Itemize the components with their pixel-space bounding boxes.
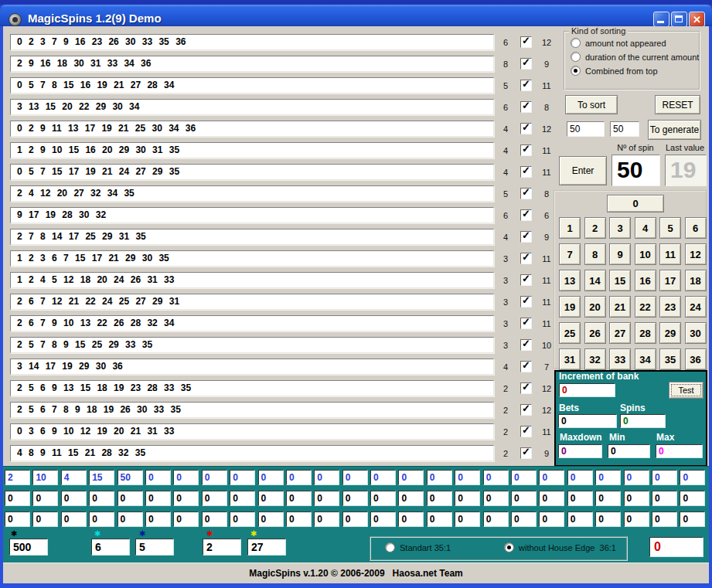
bet-cell[interactable]: 0 xyxy=(89,491,114,506)
result-input[interactable]: 0 xyxy=(649,537,703,557)
bet-cell[interactable]: 0 xyxy=(314,491,339,506)
bet-cell[interactable]: 0 xyxy=(173,512,199,527)
sorting-option[interactable]: Combined from top xyxy=(571,66,696,76)
generate-count-input-2[interactable]: 50 xyxy=(610,121,639,137)
bet-cell[interactable]: 0 xyxy=(314,512,339,527)
bet-cell[interactable]: 0 xyxy=(202,491,227,506)
bottom-input-3[interactable]: 5 xyxy=(135,539,174,556)
number-button-0[interactable]: 0 xyxy=(607,195,664,212)
bottom-input-5[interactable]: 27 xyxy=(247,539,286,556)
number-button-33[interactable]: 33 xyxy=(609,348,631,370)
bet-cell[interactable]: 0 xyxy=(145,470,171,485)
row-checkbox[interactable]: ✓ xyxy=(520,101,532,113)
bet-cell[interactable]: 10 xyxy=(32,470,58,485)
number-button-11[interactable]: 11 xyxy=(659,243,681,265)
bet-cell[interactable]: 0 xyxy=(511,512,537,527)
sorting-option[interactable]: duration of the current amount xyxy=(571,52,696,62)
number-button-36[interactable]: 36 xyxy=(685,348,707,370)
bet-cell[interactable]: 0 xyxy=(427,512,452,527)
number-button-22[interactable]: 22 xyxy=(635,296,656,318)
bet-cell[interactable]: 0 xyxy=(680,491,705,506)
to-generate-button[interactable]: To generate xyxy=(648,120,701,140)
bet-cell[interactable]: 0 xyxy=(539,470,564,485)
number-button-15[interactable]: 15 xyxy=(609,270,631,291)
row-checkbox[interactable]: ✓ xyxy=(520,253,532,264)
bet-cell[interactable]: 0 xyxy=(230,470,255,485)
spins-input[interactable]: 0 xyxy=(620,414,666,428)
maximize-button[interactable] xyxy=(671,12,687,27)
bet-cell[interactable]: 0 xyxy=(202,512,227,527)
row-checkbox[interactable]: ✓ xyxy=(520,318,532,329)
bet-cell[interactable]: 0 xyxy=(230,491,255,506)
spin-sequence-field[interactable]: 3 13 15 20 22 29 30 34 xyxy=(10,99,494,115)
reset-button[interactable]: RESET xyxy=(655,95,700,114)
number-button-1[interactable]: 1 xyxy=(559,217,581,239)
sorting-option[interactable]: amount not appeared xyxy=(571,38,696,48)
number-button-8[interactable]: 8 xyxy=(584,243,606,265)
spin-sequence-field[interactable]: 1 2 9 10 15 16 20 29 30 31 35 xyxy=(10,142,494,158)
spin-sequence-field[interactable]: 1 2 4 5 12 18 20 24 26 31 33 xyxy=(10,272,494,288)
min-input[interactable]: 0 xyxy=(608,444,650,458)
bottom-input-1[interactable]: 500 xyxy=(9,539,48,556)
number-button-31[interactable]: 31 xyxy=(559,348,581,370)
row-checkbox[interactable]: ✓ xyxy=(520,339,532,351)
number-button-25[interactable]: 25 xyxy=(559,322,581,344)
number-button-24[interactable]: 24 xyxy=(685,296,707,318)
number-button-10[interactable]: 10 xyxy=(635,243,656,265)
bet-cell[interactable]: 15 xyxy=(89,470,114,485)
bet-cell[interactable]: 0 xyxy=(483,512,509,527)
bet-cell[interactable]: 0 xyxy=(652,470,677,485)
bet-cell[interactable]: 0 xyxy=(624,512,649,527)
payout-option[interactable]: without House Edge 36:1 xyxy=(504,542,616,552)
row-checkbox[interactable]: ✓ xyxy=(520,404,532,416)
test-button[interactable]: Test xyxy=(669,382,703,399)
number-button-29[interactable]: 29 xyxy=(659,322,681,344)
spin-sequence-field[interactable]: 0 2 9 11 13 17 19 21 25 30 34 36 xyxy=(10,121,494,137)
number-button-35[interactable]: 35 xyxy=(659,348,681,370)
bets-input[interactable]: 0 xyxy=(558,414,617,428)
number-button-2[interactable]: 2 xyxy=(584,217,606,239)
number-button-12[interactable]: 12 xyxy=(685,243,707,265)
bet-cell[interactable]: 0 xyxy=(370,470,396,485)
bet-cell[interactable]: 0 xyxy=(314,470,339,485)
number-button-4[interactable]: 4 xyxy=(635,217,656,239)
bet-cell[interactable]: 0 xyxy=(398,491,424,506)
titlebar[interactable]: MagicSpins 1.2(9) Demo ✕ xyxy=(0,5,712,26)
bet-cell[interactable]: 0 xyxy=(61,512,87,527)
bet-cell[interactable]: 0 xyxy=(539,512,564,527)
number-button-21[interactable]: 21 xyxy=(609,296,631,318)
row-checkbox[interactable]: ✓ xyxy=(520,296,532,308)
bet-cell[interactable]: 0 xyxy=(511,470,537,485)
bet-cell[interactable]: 0 xyxy=(118,491,143,506)
bet-cell[interactable]: 0 xyxy=(455,470,480,485)
spin-sequence-field[interactable]: 2 5 6 7 8 9 18 19 26 30 33 35 xyxy=(10,402,494,418)
row-checkbox[interactable]: ✓ xyxy=(520,58,532,70)
bet-cell[interactable]: 0 xyxy=(567,470,593,485)
bet-cell[interactable]: 0 xyxy=(398,512,424,527)
bottom-input-2[interactable]: 6 xyxy=(91,539,130,556)
spin-sequence-field[interactable]: 2 9 16 18 30 31 33 34 36 xyxy=(10,56,494,72)
row-checkbox[interactable]: ✓ xyxy=(520,36,532,48)
spin-sequence-field[interactable]: 2 7 8 14 17 25 29 31 35 xyxy=(10,229,494,245)
spin-sequence-field[interactable]: 0 2 3 7 9 16 23 26 30 33 35 36 xyxy=(10,34,494,50)
row-checkbox[interactable]: ✓ xyxy=(520,166,532,178)
close-button[interactable]: ✕ xyxy=(689,12,705,27)
spin-sequence-field[interactable]: 0 5 7 8 15 16 19 21 27 28 34 xyxy=(10,77,494,93)
bet-cell[interactable]: 0 xyxy=(567,512,593,527)
bet-cell[interactable]: 0 xyxy=(145,512,171,527)
spin-sequence-field[interactable]: 0 5 7 15 17 19 21 24 27 29 35 xyxy=(10,164,494,180)
bet-cell[interactable]: 0 xyxy=(595,470,621,485)
bet-cell[interactable]: 0 xyxy=(595,512,621,527)
bet-cell[interactable]: 0 xyxy=(258,470,284,485)
spin-sequence-field[interactable]: 2 5 7 8 9 15 25 29 33 35 xyxy=(10,337,494,353)
bet-cell[interactable]: 0 xyxy=(202,470,227,485)
bet-cell[interactable]: 0 xyxy=(342,512,368,527)
bet-cell[interactable]: 0 xyxy=(286,491,312,506)
bet-cell[interactable]: 0 xyxy=(652,491,677,506)
number-button-27[interactable]: 27 xyxy=(609,322,631,344)
bet-cell[interactable]: 0 xyxy=(286,512,312,527)
bet-cell[interactable]: 0 xyxy=(680,512,705,527)
row-checkbox[interactable]: ✓ xyxy=(520,231,532,243)
spin-sequence-field[interactable]: 2 5 6 9 13 15 18 19 23 28 33 35 xyxy=(10,380,494,396)
bet-cell[interactable]: 0 xyxy=(32,491,58,506)
